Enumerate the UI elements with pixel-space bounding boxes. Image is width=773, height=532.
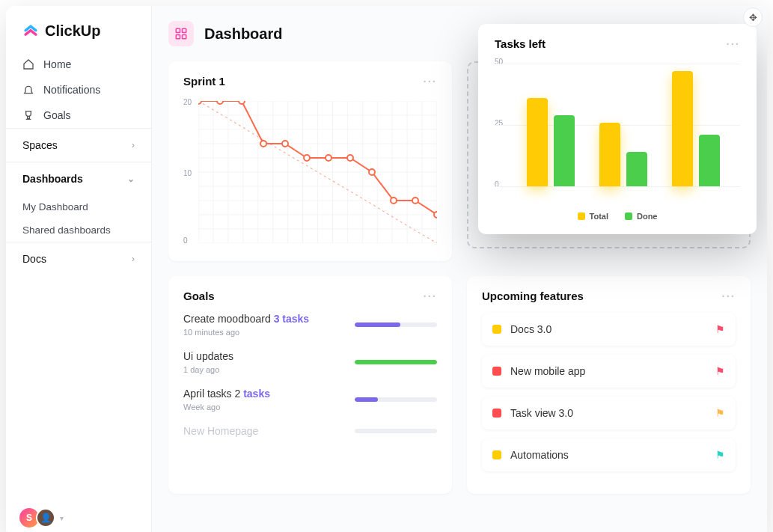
sidebar-section-dashboards[interactable]: Dashboards ⌄ [6,162,151,195]
feature-label: Task view 3.0 [510,407,573,419]
status-square-icon [492,325,501,334]
clickup-logo-icon [22,23,39,40]
more-icon[interactable]: ··· [423,75,437,88]
svg-point-42 [412,198,418,204]
brand-name: ClickUp [45,22,100,40]
status-square-icon [492,367,501,376]
feature-item[interactable]: New mobile app ⚑ [482,355,736,388]
svg-point-36 [282,141,288,147]
y-tick: 20 [183,98,192,106]
svg-point-41 [391,198,397,204]
section-label: Spaces [22,139,58,151]
avatar[interactable]: 👤 [36,508,55,528]
chevron-right-icon: › [132,254,135,264]
dashboard-icon [168,21,194,46]
card-sprint: Sprint 1 ··· 20 10 0 [168,61,452,261]
more-icon[interactable]: ··· [423,290,437,302]
card-tasks-left[interactable]: Tasks left ··· 50 25 0 Total Done [478,24,757,234]
card-title: Upcoming features [482,290,584,302]
goal-timestamp: 1 day ago [183,365,233,374]
card-title: Sprint 1 [183,75,225,88]
chevron-down-icon: ⌄ [127,174,135,184]
goal-timestamp: Week ago [183,403,270,412]
page-title: Dashboard [204,25,282,43]
status-square-icon [492,409,501,418]
svg-point-34 [239,101,245,104]
y-tick: 25 [495,119,503,127]
progress-bar [355,322,437,327]
sprint-chart: 20 10 0 [183,98,437,248]
y-tick: 0 [495,180,499,189]
flag-icon[interactable]: ⚑ [715,449,725,461]
nav-goals[interactable]: Goals [6,103,151,128]
goal-item[interactable]: New Homepage [183,425,437,437]
feature-label: New mobile app [510,365,585,377]
bar-done [699,135,720,186]
goal-title: New Homepage [183,425,258,437]
svg-rect-2 [176,35,180,39]
flag-icon[interactable]: ⚑ [715,323,725,335]
nav-label: Goals [43,109,71,121]
svg-rect-3 [183,35,186,39]
svg-point-35 [260,141,266,147]
bar-done [554,115,575,186]
y-tick: 10 [183,169,192,177]
goal-item[interactable]: Create moodboard 3 tasks 10 minutes ago [183,313,437,337]
svg-point-39 [347,155,353,161]
svg-point-33 [217,101,223,104]
sidebar-section-docs[interactable]: Docs › [6,242,151,275]
more-icon[interactable]: ··· [721,290,736,302]
bar-total [527,98,548,186]
progress-bar [355,360,437,364]
feature-label: Automations [510,449,569,461]
nav-home[interactable]: Home [6,52,151,77]
bar-group [672,71,720,186]
move-handle-icon[interactable]: ✥ [743,7,763,27]
svg-point-32 [198,101,201,104]
bar-total [599,123,620,186]
flag-icon[interactable]: ⚑ [715,407,725,419]
goal-title: Create moodboard 3 tasks [183,313,309,325]
more-icon[interactable]: ··· [726,37,740,50]
sidebar-section-spaces[interactable]: Spaces › [6,128,151,162]
y-tick: 50 [495,58,503,66]
nav-notifications[interactable]: Notifications [6,77,151,103]
user-avatars[interactable]: S 👤 ▾ [19,508,64,528]
goal-item[interactable]: Ui updates 1 day ago [183,350,437,374]
goal-timestamp: 10 minutes ago [183,328,309,337]
bell-icon [22,84,34,96]
card-upcoming: Upcoming features ··· Docs 3.0 ⚑ New mob… [467,276,751,494]
tasks-left-chart: 50 25 0 [495,58,740,207]
sidebar-item-shared-dashboards[interactable]: Shared dashboards [6,218,151,242]
bar-total [672,71,693,186]
bar-group [599,123,647,186]
flag-icon[interactable]: ⚑ [715,365,725,377]
status-square-icon [492,450,501,459]
feature-item[interactable]: Docs 3.0 ⚑ [482,313,736,346]
sidebar-item-my-dashboard[interactable]: My Dashboard [6,195,151,218]
progress-bar [355,429,437,433]
section-label: Docs [22,253,46,265]
progress-bar [355,397,437,402]
legend-done: Done [625,212,658,221]
chevron-right-icon: › [132,140,135,150]
svg-point-40 [369,169,375,175]
feature-item[interactable]: Task view 3.0 ⚑ [482,397,736,429]
svg-rect-0 [176,28,180,32]
goal-title: Ui updates [183,350,233,362]
trophy-icon [22,109,34,121]
svg-rect-1 [183,28,186,32]
card-title: Tasks left [495,37,546,50]
nav-label: Notifications [43,84,100,96]
svg-point-38 [326,155,331,161]
feature-label: Docs 3.0 [510,323,552,335]
legend-total: Total [578,212,608,221]
feature-item[interactable]: Automations ⚑ [482,438,736,471]
y-tick: 0 [183,236,188,245]
goal-title: April tasks 2 tasks [183,388,270,400]
goal-item[interactable]: April tasks 2 tasks Week ago [183,388,437,412]
svg-point-37 [304,155,310,161]
chevron-down-icon: ▾ [60,514,64,522]
bar-group [527,98,575,186]
brand-logo[interactable]: ClickUp [6,6,151,52]
